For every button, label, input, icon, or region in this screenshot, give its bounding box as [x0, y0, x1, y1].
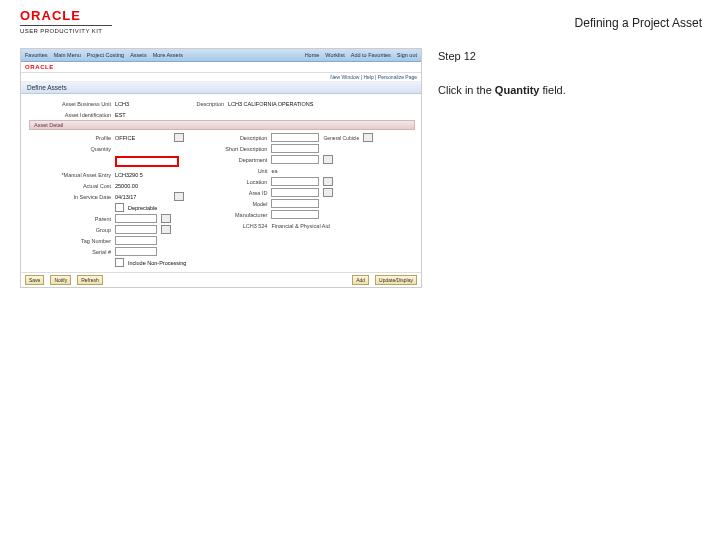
form-columns: Profile OFFICE Quantity *Manual Asset En… [29, 132, 415, 268]
app-topnav: Favorites Main Menu Project Costing Asse… [21, 49, 421, 62]
label: Department [212, 157, 267, 163]
label: Description [212, 135, 267, 141]
desc-input[interactable] [271, 133, 319, 142]
value: General Cubicle [323, 135, 359, 141]
text: field. [539, 84, 565, 96]
add-button[interactable]: Add [352, 275, 369, 285]
label: Tag Number [29, 238, 111, 244]
row-quantity: Quantity [29, 143, 186, 154]
app-brand-bar: ORACLE [21, 62, 421, 73]
label: Model [212, 201, 267, 207]
nav-link[interactable]: Home [305, 52, 320, 58]
upk-label: USER PRODUCTIVITY KIT [20, 28, 112, 34]
nav-item[interactable]: Assets [130, 52, 147, 58]
tag-input[interactable] [115, 236, 157, 245]
section-asset-detail: Asset Detail [29, 120, 415, 130]
loc-input[interactable] [271, 177, 319, 186]
row-profile: Profile OFFICE [29, 132, 186, 143]
lookup-icon[interactable] [161, 214, 171, 223]
form-area: Asset Business Unit LCH3 Description LCH… [21, 94, 421, 272]
label: *Manual Asset Entry [29, 172, 111, 178]
label: Group [29, 227, 111, 233]
row-bu: Asset Business Unit LCH3 Description LCH… [29, 98, 415, 109]
nav-item[interactable]: Project Costing [87, 52, 124, 58]
nav-link[interactable]: Worklist [325, 52, 344, 58]
nav-link[interactable]: Sign out [397, 52, 417, 58]
nav-item[interactable]: More Assets [153, 52, 183, 58]
label: Serial # [29, 249, 111, 255]
checkbox[interactable] [115, 203, 124, 212]
lookup-icon[interactable] [363, 133, 373, 142]
calendar-icon[interactable] [174, 192, 184, 201]
logo-divider [20, 25, 112, 26]
lookup-icon[interactable] [174, 133, 184, 142]
row-assetid: Asset Identification EST [29, 109, 415, 120]
lookup-icon[interactable] [323, 155, 333, 164]
label: Asset Business Unit [29, 101, 111, 107]
nav-link[interactable]: Add to Favorites [351, 52, 391, 58]
value: LCH3 [115, 101, 170, 107]
footer-bar: Save Notify Refresh Add Update/Display [21, 272, 421, 287]
value: LCH3 CALIFORNIA OPERATIONS [228, 101, 313, 107]
value: 25000.00 [115, 183, 170, 189]
body-row: Favorites Main Menu Project Costing Asse… [0, 40, 720, 288]
label: Manufacturer [212, 212, 267, 218]
value: LCH3290 5 [115, 172, 170, 178]
app-brand: ORACLE [25, 64, 54, 70]
label: Location [212, 179, 267, 185]
text: Click in the [438, 84, 495, 96]
label: Description [174, 101, 224, 107]
mfr-input[interactable] [271, 210, 319, 219]
value: Depreciable [128, 205, 183, 211]
app-screenshot: Favorites Main Menu Project Costing Asse… [20, 48, 422, 288]
step-label: Step 12 [438, 50, 698, 62]
page-title: Define Assets [21, 82, 421, 94]
page-header: ORACLE USER PRODUCTIVITY KIT Defining a … [0, 0, 720, 40]
instruction-panel: Step 12 Click in the Quantity field. [438, 48, 698, 96]
window-links[interactable]: New Window | Help | Personalize Page [21, 73, 421, 82]
value: OFFICE [115, 135, 170, 141]
target-field: Quantity [495, 84, 540, 96]
label: Area ID [212, 190, 267, 196]
label: LCH3 524 [212, 223, 267, 229]
model-input[interactable] [271, 199, 319, 208]
right-column: DescriptionGeneral Cubicle Short Descrip… [212, 132, 373, 268]
value: Include Non-Processing [128, 260, 186, 266]
nav-item[interactable]: Favorites [25, 52, 48, 58]
label: Actual Cost [29, 183, 111, 189]
shortdesc-input[interactable] [271, 144, 319, 153]
left-column: Profile OFFICE Quantity *Manual Asset En… [29, 132, 186, 268]
dept-input[interactable] [271, 155, 319, 164]
label: Parent [29, 216, 111, 222]
save-button[interactable]: Save [25, 275, 44, 285]
oracle-logo: ORACLE USER PRODUCTIVITY KIT [20, 8, 112, 34]
label: In Service Date [29, 194, 111, 200]
instruction-text: Click in the Quantity field. [438, 84, 698, 96]
value: Financial & Physical Aid [271, 223, 329, 229]
value: 04/13/17 [115, 194, 170, 200]
oracle-word: ORACLE [20, 8, 112, 23]
lookup-icon[interactable] [323, 177, 333, 186]
nav-right: Home Worklist Add to Favorites Sign out [305, 52, 417, 58]
serial-input[interactable] [115, 247, 157, 256]
label: Quantity [29, 146, 111, 152]
area-input[interactable] [271, 188, 319, 197]
nav-item[interactable]: Main Menu [54, 52, 81, 58]
label: Short Description [212, 146, 267, 152]
doc-title: Defining a Project Asset [575, 8, 702, 30]
checkbox[interactable] [115, 258, 124, 267]
refresh-button[interactable]: Refresh [77, 275, 103, 285]
value: EST [115, 112, 170, 118]
update-button[interactable]: Update/Display [375, 275, 417, 285]
quantity-input-highlight[interactable] [115, 156, 179, 167]
group-input[interactable] [115, 225, 157, 234]
value: ea [271, 168, 277, 174]
lookup-icon[interactable] [323, 188, 333, 197]
label: Unit [212, 168, 267, 174]
label: Asset Identification [29, 112, 111, 118]
parent-input[interactable] [115, 214, 157, 223]
label: Profile [29, 135, 111, 141]
notify-button[interactable]: Notify [50, 275, 71, 285]
lookup-icon[interactable] [161, 225, 171, 234]
